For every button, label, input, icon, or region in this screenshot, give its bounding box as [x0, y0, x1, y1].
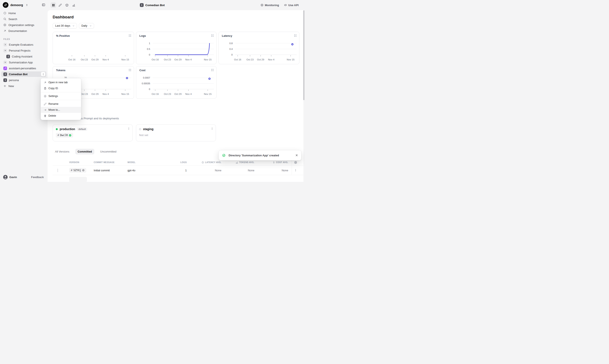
table-row[interactable]: #SZYXj Initial commit gpt-4o 1 None None…	[53, 166, 303, 175]
tree-item-summarization-app[interactable]: Summarization App	[1, 60, 46, 65]
svg-text:0: 0	[231, 53, 233, 56]
col-version[interactable]: VERSION	[69, 161, 94, 164]
tab-all-versions[interactable]: All Versions	[53, 149, 72, 155]
committed-check-icon	[69, 134, 71, 137]
dashboard-view-button[interactable]	[51, 2, 56, 8]
svg-text:Oct 16: Oct 16	[152, 58, 159, 61]
sidebar-item-documentation[interactable]: Documentation	[1, 28, 46, 34]
svg-text:Nov 15: Nov 15	[204, 93, 211, 95]
col-tokens-avg[interactable]: TOKENS AVG.	[221, 161, 254, 164]
svg-text:0.8: 0.8	[230, 42, 233, 45]
svg-text:Oct 29: Oct 29	[91, 58, 98, 61]
menu-item-move-to[interactable]: Move to...	[41, 107, 81, 113]
version-chip[interactable]: #SZYXj	[69, 168, 86, 173]
chart-title: Latency	[222, 34, 232, 37]
deployment-card-production: production default #DwclR	[53, 124, 133, 141]
environment-name: staging	[143, 127, 153, 131]
menu-item-rename[interactable]: Rename	[41, 101, 81, 107]
tree-item-assistant-personalities[interactable]: assistant-personalities	[1, 65, 46, 71]
editor-view-button[interactable]	[57, 2, 63, 8]
svg-text:Oct 16: Oct 16	[68, 58, 76, 61]
deployment-kebab-button[interactable]	[127, 127, 130, 130]
svg-text:Nov 4: Nov 4	[185, 58, 192, 61]
expand-icon[interactable]	[211, 34, 214, 37]
version-chip[interactable]: #DwclR	[56, 133, 73, 138]
sidebar-footer: Gavin Feedback	[0, 172, 48, 182]
row-kebab-button[interactable]	[292, 166, 299, 175]
scrollbar-thumb[interactable]	[303, 10, 304, 100]
deployment-cards: production default #DwclR staging Not se…	[53, 124, 303, 141]
menu-divider	[41, 100, 81, 100]
svg-text:Nov 15: Nov 15	[287, 58, 294, 61]
chevron-right-icon[interactable]	[3, 43, 7, 46]
tree-item-persona[interactable]: persona	[1, 77, 46, 83]
svg-text:Oct 16: Oct 16	[152, 93, 159, 95]
chart-title: Logs	[139, 34, 146, 37]
expand-icon[interactable]	[129, 34, 131, 37]
tree-item-personal-projects[interactable]: Personal Projects	[1, 48, 46, 53]
sidebar-item-organization-settings[interactable]: Organization settings	[1, 22, 46, 28]
deployment-kebab-button[interactable]	[211, 127, 214, 130]
org-switch-chevrons-icon[interactable]	[25, 3, 29, 7]
artifacts-view-button[interactable]	[64, 2, 69, 8]
menu-item-open-in-new-tab[interactable]: Open in new tab	[41, 79, 81, 85]
chart-card-logs: Logs 00.51Oct 16Oct 23Oct 29Nov 4Nov 15	[136, 32, 217, 64]
svg-text:Oct 29: Oct 29	[91, 93, 98, 95]
chart-title: % Positive	[56, 34, 70, 37]
interval-select[interactable]: Daily	[79, 23, 94, 28]
chart-card-latency: Latency 00.40.8Oct 16Oct 23Oct 29Nov 4No…	[218, 32, 299, 64]
user-name[interactable]: Gavin	[9, 176, 31, 179]
org-switcher[interactable]: demoorg	[3, 2, 29, 8]
sidebar-item-search[interactable]: Search	[1, 16, 46, 22]
chevron-down-icon	[72, 25, 75, 27]
expand-icon[interactable]	[294, 34, 297, 37]
expand-icon[interactable]	[211, 69, 214, 71]
org-name: demoorg	[10, 3, 23, 7]
prompt-file-icon	[140, 3, 144, 7]
plus-icon	[3, 85, 6, 88]
tree-item-example-evaluators[interactable]: Example Evaluators	[1, 42, 46, 47]
trash-icon	[44, 115, 47, 117]
tree-item-coding-assistant[interactable]: Coding Assistant	[1, 54, 46, 59]
svg-text:1: 1	[149, 42, 150, 45]
file-actions-kebab-button[interactable]	[41, 72, 45, 76]
clock-icon	[202, 161, 204, 164]
toast-close-button[interactable]	[295, 154, 298, 156]
new-file-button[interactable]: New	[1, 83, 46, 89]
tree-item-comedian-bot[interactable]: Comedian Bot	[1, 71, 46, 77]
menu-item-settings[interactable]: Settings	[41, 93, 81, 99]
col-model[interactable]: MODEL	[127, 161, 161, 164]
menu-item-copy-id[interactable]: Copy ID	[41, 85, 81, 91]
avatar[interactable]	[3, 175, 8, 179]
svg-text:Oct 29: Oct 29	[175, 93, 182, 95]
arrow-right-icon	[44, 109, 47, 111]
row-checkbox[interactable]	[57, 169, 58, 172]
col-latency-avg[interactable]: LATENCY AVG.	[187, 161, 221, 164]
sidebar-toggle-button[interactable]	[42, 3, 45, 7]
svg-text:Oct 23: Oct 23	[81, 58, 88, 61]
chevron-down-icon	[89, 25, 92, 27]
chart-card-cost: Cost 00.000350.0007Oct 16Oct 23Oct 29Nov…	[136, 66, 217, 99]
col-logs[interactable]: LOGS	[161, 161, 187, 164]
date-range-select[interactable]: Last 30 days	[53, 23, 77, 28]
search-icon	[3, 17, 6, 21]
col-cost-avg[interactable]: COST AVG.	[254, 161, 288, 164]
monitoring-button[interactable]: Monitoring	[260, 4, 279, 7]
expand-icon[interactable]	[129, 69, 131, 71]
committed-check-icon	[82, 169, 85, 171]
clipboard-icon	[44, 87, 47, 90]
use-api-button[interactable]: Use API	[284, 4, 298, 7]
chevron-down-icon[interactable]	[3, 49, 7, 52]
col-commit-message[interactable]: COMMIT MESSAGE	[94, 161, 127, 164]
default-badge: default	[77, 127, 87, 131]
menu-item-delete[interactable]: Delete	[41, 113, 81, 119]
tab-committed[interactable]: Committed	[75, 149, 94, 155]
chevron-down-icon[interactable]	[3, 61, 7, 64]
success-check-icon	[222, 154, 226, 157]
feedback-button[interactable]: Feedback	[31, 176, 44, 179]
svg-text:Oct 23: Oct 23	[164, 93, 171, 95]
analytics-view-button[interactable]	[71, 2, 76, 8]
versions-table: VERSION COMMIT MESSAGE MODEL LOGS LATENC…	[53, 159, 303, 182]
tab-uncommitted[interactable]: Uncommitted	[98, 149, 119, 155]
sidebar-item-home[interactable]: Home	[1, 10, 46, 16]
